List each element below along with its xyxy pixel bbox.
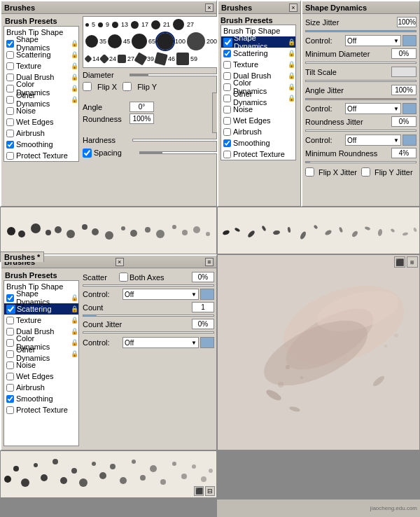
airbrush-check-3[interactable] [6, 384, 14, 392]
noise-check[interactable] [6, 107, 14, 115]
other-dynamics-check[interactable] [6, 96, 14, 104]
protect-texture-check-2[interactable] [223, 151, 231, 158]
brush-tip-35[interactable] [85, 35, 98, 48]
control-dropdown-2[interactable]: Off ▼ [345, 103, 401, 114]
other-dynamics-check-3[interactable] [6, 350, 14, 358]
smoothing-item-3[interactable]: Smoothing [4, 393, 78, 404]
brush-tip-65[interactable] [132, 34, 147, 49]
control-dropdown-scatter-2[interactable]: Off ▼ [122, 337, 199, 348]
wet-edges-check-2[interactable] [223, 117, 231, 125]
wet-edges-item-2[interactable]: Wet Edges [221, 115, 295, 126]
angle-jitter-value[interactable]: 100% [391, 85, 416, 95]
brush-tip-27b[interactable] [118, 55, 126, 63]
control-dropdown-1[interactable]: Off ▼ [345, 35, 401, 46]
brush-tip-14[interactable] [84, 55, 92, 62]
shape-dynamics-item-3[interactable]: Shape Dynamics 🔒 [4, 292, 78, 303]
smoothing-check-3[interactable] [6, 395, 14, 403]
shape-dynamics-item[interactable]: Shape Dynamics 🔒 [4, 38, 78, 49]
other-dynamics-item-3[interactable]: Other Dynamics 🔒 [4, 348, 78, 359]
wet-edges-check-3[interactable] [6, 373, 14, 380]
canvas-icon-2[interactable]: ≡ [407, 256, 418, 268]
brush-tip-200[interactable] [187, 32, 205, 50]
brush-tip-45[interactable] [108, 34, 122, 48]
protect-texture-check-3[interactable] [6, 406, 14, 414]
count-value[interactable]: 1 [192, 302, 214, 312]
brushes-tab-label[interactable]: Brushes * [4, 253, 40, 261]
bottom-icon-2[interactable]: ⊟ [205, 486, 215, 496]
brush-tip-5[interactable] [85, 23, 89, 27]
roundness-jitter-value[interactable]: 0% [391, 116, 416, 127]
dual-brush-check-3[interactable] [6, 328, 14, 336]
close-button-1[interactable]: × [205, 4, 214, 12]
texture-check-3[interactable] [6, 317, 14, 324]
protect-texture-check[interactable] [6, 152, 14, 160]
min-roundness-slider[interactable] [305, 161, 416, 163]
spacing-check[interactable] [83, 149, 92, 158]
airbrush-check[interactable] [6, 130, 14, 137]
brush-tip-13[interactable] [112, 22, 118, 28]
wet-edges-item[interactable]: Wet Edges [4, 116, 78, 127]
brush-tip-21[interactable] [151, 20, 160, 29]
shape-dynamics-check[interactable] [6, 40, 14, 48]
roundness-value[interactable]: 100% [130, 113, 154, 124]
other-dynamics-item-2[interactable]: Other Dynamics 🔒 [221, 92, 295, 104]
size-jitter-slider[interactable] [305, 30, 416, 32]
roundness-jitter-slider[interactable] [305, 130, 416, 132]
brush-tip-24[interactable] [99, 54, 109, 64]
airbrush-check-2[interactable] [223, 128, 231, 136]
control-dropdown-3[interactable]: Off ▼ [345, 135, 401, 146]
color-dynamics-check-2[interactable] [223, 83, 231, 91]
scattering-check-2[interactable] [223, 50, 231, 57]
smoothing-item-2[interactable]: Smoothing [221, 137, 295, 149]
airbrush-item-2[interactable]: Airbrush [221, 126, 295, 137]
texture-item-2[interactable]: Texture 🔒 [221, 59, 295, 70]
flip-x-jitter-check[interactable] [305, 167, 314, 177]
noise-item-3[interactable]: Noise [4, 359, 78, 371]
airbrush-item-3[interactable]: Airbrush [4, 382, 78, 393]
scatter-value[interactable]: 0% [192, 272, 214, 282]
shape-dynamics-check-3[interactable] [6, 294, 14, 302]
flip-x-check[interactable] [83, 82, 92, 91]
texture-check-2[interactable] [223, 61, 231, 69]
smoothing-check-2[interactable] [223, 139, 231, 147]
close-button-2[interactable]: × [289, 4, 298, 12]
color-dynamics-check-3[interactable] [6, 339, 14, 347]
other-dynamics-item[interactable]: Other Dynamics 🔒 [4, 94, 78, 105]
protect-texture-item-3[interactable]: Protect Texture [4, 404, 78, 415]
count-jitter-value[interactable]: 0% [192, 319, 214, 329]
resize-icon[interactable]: ≡ [205, 258, 214, 266]
min-diameter-value[interactable]: 0% [391, 48, 416, 59]
smoothing-check[interactable] [6, 141, 14, 149]
scattering-item-2[interactable]: Scattering 🔒 [221, 48, 295, 59]
texture-item[interactable]: Texture 🔒 [4, 60, 78, 71]
noise-item[interactable]: Noise [4, 105, 78, 116]
protect-texture-item-2[interactable]: Protect Texture [221, 149, 295, 160]
shape-dynamics-check-2[interactable] [223, 38, 232, 47]
flip-y-jitter-check[interactable] [361, 167, 370, 177]
dual-brush-check[interactable] [6, 74, 14, 81]
scattering-check-3[interactable] [6, 305, 15, 314]
noise-item-2[interactable]: Noise [221, 104, 295, 115]
brush-tip-17[interactable] [131, 21, 139, 29]
brush-tip-9[interactable] [98, 22, 103, 27]
smoothing-item[interactable]: Smoothing [4, 139, 78, 150]
protect-texture-item[interactable]: Protect Texture [4, 150, 78, 161]
min-roundness-value[interactable]: 4% [391, 148, 416, 158]
angle-jitter-slider[interactable] [305, 98, 416, 100]
wet-edges-check[interactable] [6, 118, 14, 126]
control-dropdown-scatter[interactable]: Off ▼ [122, 289, 199, 300]
noise-check-3[interactable] [6, 361, 14, 369]
count-slider[interactable] [83, 315, 214, 317]
scattering-selected[interactable]: Scattering 🔒 [4, 303, 78, 315]
canvas-icon-1[interactable]: ⬛ [394, 256, 405, 268]
other-dynamics-check-2[interactable] [223, 95, 231, 102]
bottom-icon-1[interactable]: ⬛ [194, 486, 204, 496]
noise-check-2[interactable] [223, 106, 231, 113]
wet-edges-item-3[interactable]: Wet Edges [4, 371, 78, 382]
texture-check[interactable] [6, 62, 14, 70]
dual-brush-check-2[interactable] [223, 72, 231, 80]
min-diameter-slider[interactable] [305, 62, 416, 64]
shape-dynamics-selected[interactable]: Shape Dynamics 🔒 [221, 36, 295, 48]
brush-tip-27[interactable] [173, 19, 184, 30]
scattering-check[interactable] [6, 51, 14, 59]
